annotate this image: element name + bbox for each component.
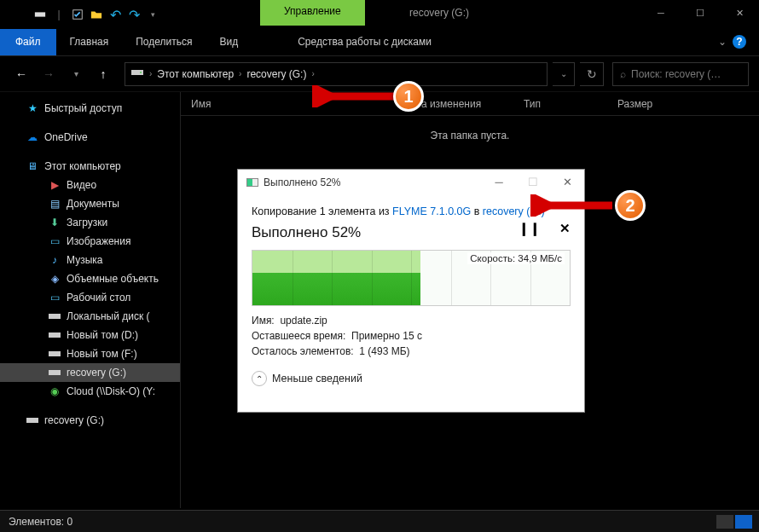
video-icon: ▶	[48, 178, 61, 192]
svg-point-5	[140, 72, 142, 73]
column-size[interactable]: Размер	[607, 98, 684, 110]
svg-rect-10	[26, 418, 38, 423]
chevron-right-icon[interactable]: ›	[310, 69, 316, 78]
copy-source-link[interactable]: FLYME 7.1.0.0G	[392, 205, 471, 217]
annotation-callout-2: 2	[615, 190, 646, 221]
sidebar-item-quick-access[interactable]: ★Быстрый доступ	[0, 99, 180, 118]
qat-redo-icon[interactable]: ↷	[128, 9, 140, 20]
ribbon-tabs: Файл Главная Поделиться Вид Средства раб…	[0, 29, 759, 56]
up-button[interactable]: ↑	[92, 63, 114, 85]
close-button[interactable]: ✕	[720, 0, 759, 26]
sidebar-item-videos[interactable]: ▶Видео	[0, 176, 180, 194]
cancel-button[interactable]: ✕	[559, 221, 571, 236]
dialog-maximize-button: ☐	[516, 170, 550, 194]
drive-icon	[48, 347, 61, 361]
copy-speed-label: Скорость: 34,9 МБ/с	[467, 252, 565, 264]
chevron-right-icon[interactable]: ›	[148, 69, 154, 78]
drive-icon	[48, 309, 61, 323]
copy-description: Копирование 1 элемента из FLYME 7.1.0.0G…	[252, 205, 571, 217]
cube-icon: ◈	[48, 272, 61, 286]
dialog-minimize-button[interactable]: ─	[482, 170, 516, 194]
qat-drive-icon	[34, 9, 46, 20]
maximize-button[interactable]: ☐	[681, 0, 720, 26]
tab-share[interactable]: Поделиться	[122, 29, 206, 55]
tab-file[interactable]: Файл	[0, 29, 56, 55]
minimize-button[interactable]: ─	[641, 0, 681, 26]
tab-view[interactable]: Вид	[206, 29, 252, 55]
fewer-details-button[interactable]: ⌃ Меньше сведений	[252, 371, 571, 386]
pause-button[interactable]: ❙❙	[519, 221, 541, 236]
svg-rect-8	[49, 351, 61, 356]
breadcrumb-root[interactable]: Этот компьютер	[157, 68, 234, 80]
sidebar-item-this-pc[interactable]: 🖥Этот компьютер	[0, 157, 180, 176]
download-icon: ⬇	[48, 216, 61, 229]
star-icon: ★	[26, 101, 39, 115]
search-placeholder: Поиск: recovery (…	[631, 68, 721, 80]
empty-folder-message: Эта папка пуста.	[181, 130, 759, 142]
status-bar: Элементов: 0	[0, 510, 759, 532]
tab-home[interactable]: Главная	[56, 29, 123, 55]
desktop-icon: ▭	[48, 291, 61, 304]
sidebar-item-volume-f[interactable]: Новый том (F:)	[0, 344, 180, 363]
sidebar-item-3d-objects[interactable]: ◈Объемные объекть	[0, 269, 180, 288]
annotation-arrow-1	[312, 85, 397, 107]
sidebar-item-volume-d[interactable]: Новый том (D:)	[0, 326, 180, 344]
column-headers: Имя Дата изменения Тип Размер	[181, 92, 759, 116]
qat-dropdown-icon[interactable]: ▾	[147, 9, 159, 20]
qat-undo-icon[interactable]: ↶	[109, 9, 121, 20]
picture-icon: ▭	[48, 234, 61, 248]
navigation-pane: ★Быстрый доступ ☁OneDrive 🖥Этот компьюте…	[0, 92, 181, 508]
drive-icon	[48, 328, 61, 342]
tab-drive-tools[interactable]: Средства работы с дисками	[284, 29, 445, 55]
forward-button[interactable]: →	[38, 63, 60, 85]
document-icon: ▤	[48, 197, 61, 211]
breadcrumb-leaf[interactable]: recovery (G:)	[246, 68, 306, 80]
qat-check-icon[interactable]	[72, 9, 84, 20]
view-details-button[interactable]	[716, 515, 733, 529]
status-item-count: Элементов: 0	[9, 516, 72, 528]
dialog-title-text: Выполнено 52%	[264, 176, 341, 188]
sidebar-item-documents[interactable]: ▤Документы	[0, 194, 180, 213]
sidebar-item-local-disk-c[interactable]: Локальный диск (	[0, 307, 180, 326]
dialog-titlebar[interactable]: Выполнено 52% ─ ☐ ✕	[238, 170, 584, 195]
drive-icon	[130, 66, 144, 82]
progress-graph: Скорость: 34,9 МБ/с	[252, 250, 571, 306]
pc-icon: 🖥	[26, 159, 39, 173]
dialog-close-button[interactable]: ✕	[550, 170, 584, 194]
column-type[interactable]: Тип	[513, 98, 607, 110]
qat-separator: |	[53, 9, 65, 20]
svg-rect-6	[49, 314, 61, 319]
network-drive-icon: ◉	[48, 385, 61, 398]
address-history-button[interactable]: ⌄	[553, 62, 575, 86]
chevron-right-icon[interactable]: ›	[237, 69, 243, 78]
sidebar-item-recovery-g[interactable]: recovery (G:)	[0, 363, 180, 382]
sidebar-item-music[interactable]: ♪Музыка	[0, 251, 180, 269]
expand-ribbon-icon[interactable]: ⌄	[718, 36, 727, 48]
svg-rect-0	[35, 12, 45, 16]
copy-details: Имя: update.zip Оставшееся время: Пример…	[252, 313, 571, 359]
help-icon[interactable]: ?	[732, 34, 747, 49]
qat-folder-icon[interactable]	[90, 9, 102, 20]
address-bar[interactable]: › Этот компьютер › recovery (G:) ›	[125, 62, 548, 86]
ribbon-context-tab-manage[interactable]: Управление	[260, 0, 365, 26]
refresh-button[interactable]: ↻	[580, 62, 604, 86]
sidebar-item-pictures[interactable]: ▭Изображения	[0, 232, 180, 251]
drive-icon	[48, 366, 61, 379]
sidebar-item-desktop[interactable]: ▭Рабочий стол	[0, 288, 180, 307]
titlebar: | ↶ ↷ ▾ Управление recovery (G:) ─ ☐ ✕	[0, 0, 759, 29]
sidebar-item-cloud-y[interactable]: ◉Cloud (\\Disk-O) (Y:	[0, 382, 180, 401]
sidebar-item-onedrive[interactable]: ☁OneDrive	[0, 128, 180, 147]
recent-locations-button[interactable]: ▾	[65, 63, 87, 85]
annotation-callout-1: 1	[393, 81, 424, 112]
sidebar-item-recovery-g-root[interactable]: recovery (G:)	[0, 411, 180, 430]
quick-access-toolbar: | ↶ ↷ ▾	[0, 9, 159, 20]
back-button[interactable]: ←	[10, 63, 32, 85]
search-input[interactable]: ⌕ Поиск: recovery (…	[612, 62, 749, 86]
cloud-icon: ☁	[26, 130, 39, 144]
svg-rect-7	[49, 332, 61, 338]
svg-rect-9	[49, 370, 61, 375]
copy-icon	[246, 178, 258, 187]
view-icons-button[interactable]	[735, 515, 752, 529]
chevron-up-icon: ⌃	[252, 371, 267, 386]
sidebar-item-downloads[interactable]: ⬇Загрузки	[0, 213, 180, 232]
